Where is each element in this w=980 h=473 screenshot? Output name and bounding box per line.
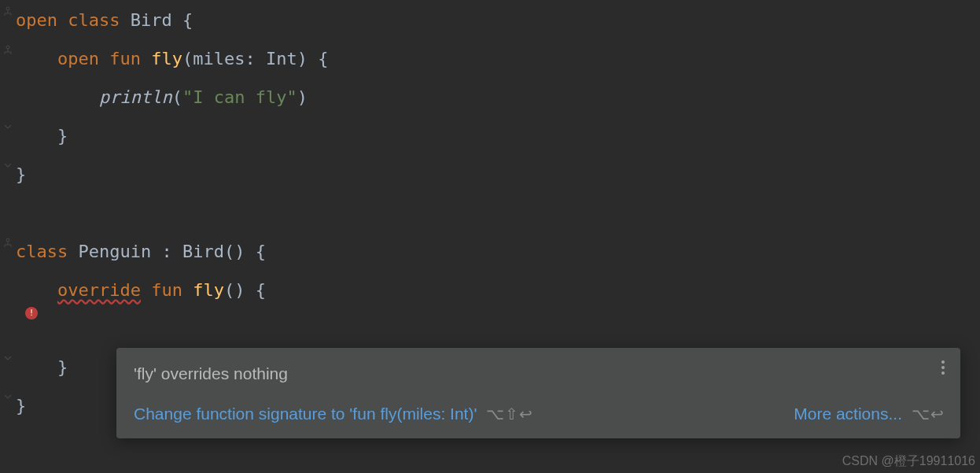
hierarchy-icon [2, 238, 13, 249]
gutter-marker[interactable] [0, 122, 16, 131]
code-line[interactable]: open fun fly(miles: Int) { [0, 45, 980, 83]
code-content[interactable]: println("I can fly") [16, 83, 308, 111]
svg-point-1 [6, 46, 9, 49]
error-bulb-icon[interactable]: ! [25, 307, 41, 323]
gutter-marker[interactable] [0, 353, 16, 363]
brace: { [256, 242, 266, 261]
watermark: CSDN @橙子19911016 [842, 451, 975, 471]
code-line[interactable]: println("I can fly") [0, 83, 980, 122]
svg-point-2 [6, 238, 9, 242]
code-content[interactable]: } [16, 122, 68, 150]
collapse-icon [3, 122, 13, 131]
class-name: Bird [131, 10, 172, 30]
brace: { [182, 10, 193, 30]
code-content[interactable]: class Penguin : Bird() { [16, 238, 266, 265]
gutter-marker[interactable] [0, 6, 16, 17]
tooltip-title: 'fly' overrides nothing [134, 360, 945, 387]
class-name: Penguin [78, 242, 151, 261]
brace: } [16, 164, 26, 184]
keyword-fun: fun [151, 280, 182, 300]
more-options-icon[interactable] [938, 357, 948, 378]
params: () [224, 280, 245, 300]
gutter-marker[interactable] [0, 161, 16, 170]
hierarchy-icon [2, 6, 13, 17]
tooltip-actions: Change function signature to 'fun fly(mi… [134, 401, 945, 427]
code-line[interactable]: } [0, 122, 980, 161]
gutter-marker[interactable] [0, 45, 16, 56]
more-shortcut: ⌥↩ [912, 401, 945, 427]
function-call: println [99, 87, 172, 107]
more-actions-link[interactable]: More actions... [794, 401, 902, 427]
code-content[interactable]: } [16, 353, 68, 381]
code-line[interactable]: class Penguin : Bird() { [0, 238, 980, 276]
keyword-override-error: override [57, 280, 141, 300]
code-content[interactable]: open class Bird { [16, 6, 193, 34]
keyword-open: open [57, 49, 99, 68]
code-content[interactable]: } [16, 392, 26, 419]
keyword-class: class [68, 10, 120, 30]
code-content[interactable]: override fun fly() { [16, 276, 266, 304]
colon: : [161, 242, 171, 261]
gutter-marker[interactable] [0, 238, 16, 249]
gutter-marker[interactable] [0, 392, 16, 401]
string-literal: "I can fly" [182, 87, 297, 107]
paren: ( [172, 87, 182, 107]
fix-signature-link[interactable]: Change function signature to 'fun fly(mi… [134, 401, 477, 427]
brace: { [256, 280, 266, 300]
svg-point-0 [6, 7, 9, 10]
fix-shortcut: ⌥⇧↩ [486, 401, 533, 427]
code-line[interactable] [0, 199, 980, 238]
code-content[interactable]: open fun fly(miles: Int) { [16, 45, 328, 72]
brace: } [57, 126, 68, 146]
function-name: fly [151, 49, 182, 68]
keyword-open: open [16, 10, 57, 30]
collapse-icon [3, 392, 13, 401]
code-line[interactable]: override fun fly() { [0, 276, 980, 315]
brace: { [318, 49, 328, 68]
brace: } [57, 357, 68, 377]
base-class: Bird() [182, 242, 245, 261]
collapse-icon [3, 161, 13, 170]
brace: } [16, 396, 26, 416]
keyword-class: class [16, 242, 68, 261]
params: (miles: Int) [182, 49, 308, 68]
collapse-icon [3, 353, 13, 363]
function-name: fly [193, 280, 224, 300]
keyword-fun: fun [109, 49, 141, 68]
hierarchy-icon [2, 45, 13, 56]
code-line[interactable]: } [0, 161, 980, 199]
code-line[interactable]: open class Bird { [0, 6, 980, 45]
paren: ) [297, 87, 308, 107]
error-tooltip: 'fly' overrides nothing Change function … [116, 348, 960, 438]
code-content[interactable]: } [16, 161, 26, 188]
